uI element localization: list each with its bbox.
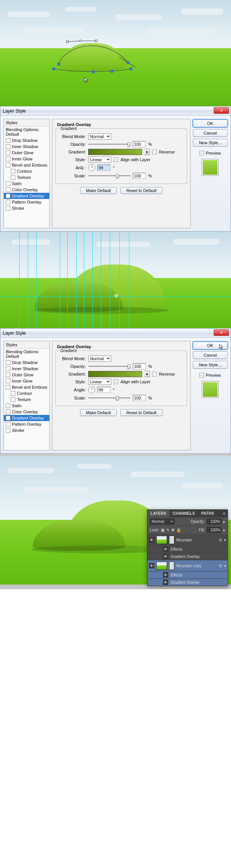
checkbox[interactable]: [6, 410, 10, 414]
blending-options-row[interactable]: Blending Options: Default: [4, 126, 49, 137]
style-color-overlay[interactable]: Color Overlay: [4, 187, 49, 193]
checkbox[interactable]: [6, 206, 10, 211]
title-bar[interactable]: Layer Style ✕: [0, 329, 231, 338]
style-texture[interactable]: Texture: [4, 396, 49, 403]
checkbox[interactable]: [6, 428, 10, 433]
vertical-guide[interactable]: [76, 232, 77, 328]
layer-name[interactable]: Mountain copy: [176, 564, 201, 568]
style-bevel-emboss[interactable]: Bevel and Emboss: [4, 162, 49, 168]
vector-mask-thumbnail[interactable]: [169, 561, 174, 570]
cancel-button[interactable]: Cancel: [193, 129, 228, 137]
style-inner-shadow[interactable]: Inner Shadow: [4, 366, 49, 372]
tab-channels[interactable]: CHANNELS: [169, 510, 198, 517]
layers-panel[interactable]: LAYERS CHANNELS PATHS ≡ Normal Opacity: …: [147, 509, 228, 586]
checkbox[interactable]: [6, 360, 10, 365]
preview-checkbox[interactable]: ✓: [199, 151, 204, 155]
lock-transparency-icon[interactable]: ▦: [161, 528, 164, 532]
angle-input[interactable]: 99: [97, 387, 110, 393]
style-gradient-overlay[interactable]: ✓Gradient Overlay: [4, 415, 49, 421]
fx-badge[interactable]: fx: [219, 538, 222, 542]
vertical-guide[interactable]: [110, 232, 110, 328]
styles-header[interactable]: Styles: [4, 119, 49, 126]
effect-gradient-overlay-row[interactable]: 👁Gradient Overlay: [147, 553, 228, 560]
reset-default-button[interactable]: Reset to Default: [121, 187, 162, 194]
ok-button[interactable]: OK: [193, 120, 228, 127]
vertical-guide[interactable]: [119, 232, 120, 328]
style-stroke[interactable]: Stroke: [4, 205, 49, 211]
visibility-toggle[interactable]: 👁: [163, 546, 168, 552]
tab-paths[interactable]: PATHS: [198, 510, 217, 517]
checkbox[interactable]: [6, 200, 10, 204]
direction-point[interactable]: [95, 40, 97, 42]
close-button[interactable]: ✕: [214, 107, 229, 114]
cancel-button[interactable]: Cancel: [193, 351, 228, 359]
vertical-guide[interactable]: [28, 232, 28, 328]
style-inner-glow[interactable]: Inner Glow: [4, 378, 49, 384]
scale-input[interactable]: 100: [133, 395, 146, 401]
align-checkbox[interactable]: ✓: [114, 379, 118, 384]
title-bar[interactable]: Layer Style ✕: [0, 106, 231, 116]
collapse-effects-icon[interactable]: ▾: [224, 538, 226, 542]
checkbox[interactable]: [6, 372, 10, 377]
vertical-guide[interactable]: [92, 232, 93, 328]
make-default-button[interactable]: Make Default: [80, 409, 117, 416]
opacity-slider[interactable]: [88, 364, 131, 369]
style-drop-shadow[interactable]: Drop Shadow: [4, 137, 49, 143]
new-style-button[interactable]: New Style...: [193, 139, 228, 147]
checkbox[interactable]: [6, 138, 10, 143]
new-style-button[interactable]: New Style...: [193, 361, 228, 369]
vertical-guide[interactable]: [19, 232, 20, 328]
angle-dial[interactable]: [88, 386, 95, 393]
vertical-guide[interactable]: [84, 232, 84, 328]
effect-gradient-overlay-row[interactable]: 👁Gradient Overlay: [147, 578, 228, 586]
anchor-point[interactable]: [57, 63, 60, 66]
vertical-guide[interactable]: [101, 232, 101, 328]
visibility-toggle[interactable]: 👁: [149, 537, 154, 543]
preview-checkbox[interactable]: ✓: [199, 373, 204, 378]
reset-default-button[interactable]: Reset to Default: [121, 409, 162, 416]
angle-input[interactable]: 99: [97, 165, 110, 171]
make-default-button[interactable]: Make Default: [80, 187, 117, 194]
blending-options-row[interactable]: Blending Options: Default: [4, 349, 49, 359]
collapse-effects-icon[interactable]: ▾: [224, 564, 226, 568]
style-outer-glow[interactable]: Outer Glow: [4, 150, 49, 156]
anchor-point[interactable]: [127, 61, 129, 64]
panel-menu-icon[interactable]: ≡: [221, 510, 228, 517]
layer-thumbnail[interactable]: [156, 561, 167, 570]
reverse-checkbox[interactable]: [152, 372, 157, 376]
checkbox[interactable]: [11, 397, 15, 402]
style-inner-glow[interactable]: Inner Glow: [4, 156, 49, 162]
layer-row-mountain-copy[interactable]: 👁 Mountain copy fx ▾: [147, 560, 228, 571]
vertical-guide[interactable]: [129, 232, 129, 328]
checkbox[interactable]: [6, 181, 10, 186]
checkbox[interactable]: [6, 366, 10, 371]
styles-header[interactable]: Styles: [4, 341, 49, 349]
visibility-toggle[interactable]: 👁: [163, 554, 168, 559]
blend-mode-select[interactable]: Normal: [88, 133, 111, 140]
checkbox[interactable]: [6, 144, 10, 149]
layer-thumbnail[interactable]: [156, 536, 167, 544]
checkbox[interactable]: [6, 385, 10, 389]
layer-blend-select[interactable]: Normal: [150, 519, 174, 524]
checkbox[interactable]: [6, 403, 10, 408]
checkbox-checked[interactable]: ✓: [6, 194, 10, 198]
direction-point[interactable]: [66, 40, 69, 43]
chevron-right-icon[interactable]: ▸: [223, 528, 225, 532]
tab-layers[interactable]: LAYERS: [147, 510, 169, 517]
checkbox[interactable]: [11, 169, 15, 174]
scale-slider[interactable]: [88, 173, 131, 179]
gradient-picker-dropdown[interactable]: ▾: [144, 149, 150, 155]
anchor-point[interactable]: [110, 70, 113, 72]
layer-row-mountain[interactable]: 👁 Mountain fx ▾: [147, 534, 228, 545]
checkbox[interactable]: [11, 391, 15, 396]
vertical-guide[interactable]: [36, 232, 37, 328]
style-color-overlay[interactable]: Color Overlay: [4, 409, 49, 415]
effects-row[interactable]: 👁Effects: [147, 545, 228, 553]
style-satin[interactable]: Satin: [4, 403, 49, 409]
style-texture[interactable]: Texture: [4, 174, 49, 180]
vertical-guide[interactable]: [67, 232, 68, 328]
style-gradient-overlay[interactable]: ✓Gradient Overlay: [4, 193, 49, 199]
style-bevel-emboss[interactable]: Bevel and Emboss: [4, 384, 49, 390]
checkbox[interactable]: [6, 422, 10, 426]
gradient-preview[interactable]: [88, 149, 142, 155]
